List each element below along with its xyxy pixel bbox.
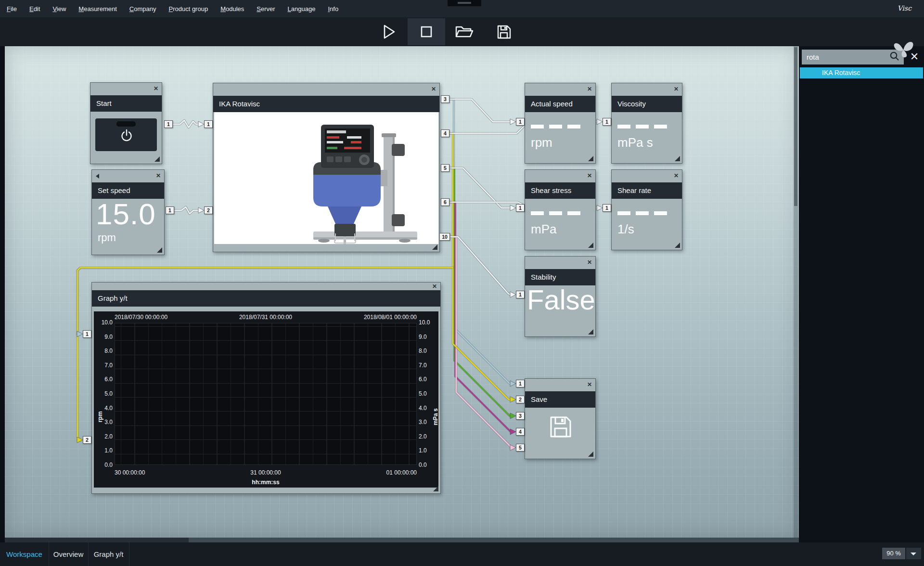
stop-button[interactable] [408,18,445,45]
module-title: Shear rate [612,182,682,199]
port-setspeed-out-1[interactable]: 1 [166,206,174,214]
port-rotavisc-out-5[interactable]: 5 [441,164,449,172]
port-save-in-5[interactable]: 5 [516,444,525,451]
port-save-in-3[interactable]: 3 [516,412,525,420]
module-save[interactable]: ✕ Save [525,378,596,459]
menu-info[interactable]: Info [328,5,338,13]
resize-handle[interactable] [588,451,593,457]
top-panel-handle[interactable] [448,0,481,6]
close-icon[interactable]: ✕ [587,173,592,179]
module-viscosity[interactable]: ✕ Viscosity mPa s [611,83,682,164]
menu-product-group[interactable]: Product group [168,5,208,13]
resize-handle[interactable] [675,156,680,161]
port-shear-stress-in-1[interactable]: 1 [516,204,525,212]
close-icon[interactable]: ✕ [431,86,436,92]
tab-overview[interactable]: Overview [49,542,89,566]
menu-language[interactable]: Language [288,5,316,13]
module-header[interactable]: ✕ [612,170,682,182]
module-header[interactable]: ✕ [525,379,595,391]
resize-handle[interactable] [675,243,680,248]
module-set-speed[interactable]: ✕ Set speed 15.0 rpm [91,169,165,255]
close-icon[interactable]: ✕ [674,173,679,179]
chevron-down-icon [911,553,916,555]
resize-handle[interactable] [588,156,593,161]
axis-label: 30 00:00:00 [115,469,145,476]
search-result-item[interactable]: IKA Rotavisc [800,67,923,78]
close-icon[interactable]: ✕ [587,382,592,387]
resize-handle[interactable] [433,486,438,491]
port-rotavisc-out-3[interactable]: 3 [441,95,449,103]
port-rotavisc-out-10[interactable]: 10 [439,233,450,241]
vertical-scrollbar-thumb[interactable] [794,47,797,206]
port-graph-in-2[interactable]: 2 [83,436,91,444]
port-graph-in-1[interactable]: 1 [83,330,91,338]
resize-handle[interactable] [157,247,162,253]
close-icon[interactable]: ✕ [432,283,437,289]
tab-graph-yt[interactable]: Graph y/t [88,542,129,566]
start-toggle[interactable] [95,118,157,151]
collapse-arrow-icon[interactable] [96,174,99,179]
toggle-slider[interactable] [116,121,136,127]
horizontal-scrollbar-thumb[interactable] [5,538,189,542]
port-start-out-1[interactable]: 1 [164,120,173,128]
menu-server[interactable]: Server [257,5,275,13]
search-input[interactable]: rota [802,53,889,61]
close-icon[interactable]: ✕ [154,86,158,91]
run-button[interactable] [370,18,408,45]
port-stability-in-1[interactable]: 1 [516,291,525,298]
module-shear-stress[interactable]: ✕ Shear stress mPa [525,169,596,250]
play-icon [381,23,397,40]
port-rotavisc-in-2[interactable]: 2 [204,206,213,214]
module-title: Shear stress [525,182,595,199]
port-rotavisc-in-1[interactable]: 1 [204,120,213,128]
port-save-in-1[interactable]: 1 [516,380,525,387]
module-header[interactable]: ✕ [525,257,595,269]
module-header[interactable]: ✕ [90,83,162,95]
module-shear-rate[interactable]: ✕ Shear rate 1/s [611,169,682,250]
menu-modules[interactable]: Modules [220,5,244,13]
module-header[interactable]: ✕ [612,83,682,96]
menu-edit[interactable]: Edit [29,5,40,13]
vertical-scrollbar[interactable] [794,46,798,538]
menu-measurement[interactable]: Measurement [78,5,117,13]
module-graph[interactable]: ✕ Graph y/t 2018/07/30 00:00:00 2018/07/… [91,282,441,494]
close-icon[interactable]: ✕ [587,86,592,92]
close-icon[interactable]: ✕ [674,86,679,92]
save-button[interactable] [485,18,523,45]
open-button[interactable] [445,18,483,45]
module-start[interactable]: ✕ Start [90,82,162,164]
module-header[interactable]: ✕ [92,170,164,182]
zoom-dropdown-button[interactable] [906,548,921,559]
module-actual-speed[interactable]: ✕ Actual speed rpm [525,83,596,164]
set-speed-value[interactable]: 15.0 [96,197,156,231]
resize-handle[interactable] [154,156,160,162]
resize-handle[interactable] [588,329,593,334]
port-shear-rate-in-1[interactable]: 1 [603,204,611,212]
horizontal-scrollbar[interactable] [5,538,799,542]
tab-workspace[interactable]: Workspace [0,542,49,566]
module-rotavisc[interactable]: ✕ IKA Rotavisc [213,83,440,252]
floppy-icon [547,413,574,442]
menu-view[interactable]: View [52,5,66,13]
search-box[interactable]: rota [802,50,904,64]
port-rotavisc-out-4[interactable]: 4 [441,129,449,137]
port-save-in-2[interactable]: 2 [516,396,525,403]
resize-handle[interactable] [588,243,593,248]
module-header[interactable]: ✕ [92,283,440,290]
menu-file[interactable]: File [7,5,17,13]
zoom-level[interactable]: 90 % [882,548,905,559]
port-rotavisc-out-6[interactable]: 6 [441,198,449,206]
port-actual-speed-in-1[interactable]: 1 [516,118,525,126]
save-icon [495,23,513,40]
module-header[interactable]: ✕ [213,83,439,96]
resize-handle[interactable] [432,244,437,250]
module-stability[interactable]: ✕ Stability False [525,256,596,337]
port-viscosity-in-1[interactable]: 1 [603,118,611,126]
close-icon[interactable]: ✕ [156,173,161,179]
module-header[interactable]: ✕ [525,83,595,96]
menu-company[interactable]: Company [129,5,156,13]
module-header[interactable]: ✕ [525,170,595,182]
port-save-in-4[interactable]: 4 [516,428,525,436]
close-icon[interactable]: ✕ [587,259,592,265]
brand-label: Visc [898,4,911,12]
